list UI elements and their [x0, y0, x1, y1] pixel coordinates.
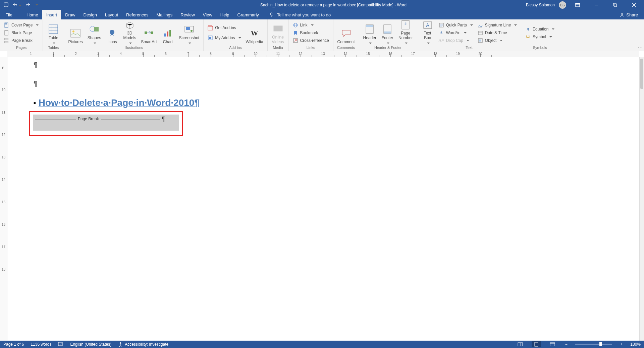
header-button[interactable]: Header	[362, 21, 378, 45]
shapes-button[interactable]: Shapes	[86, 21, 103, 45]
group-tables: Table Tables	[43, 19, 64, 51]
icons-button[interactable]: Icons	[104, 21, 120, 45]
svg-rect-33	[208, 26, 213, 30]
zoom-slider[interactable]	[575, 344, 612, 345]
group-label: Header & Footer	[359, 45, 417, 51]
my-addins-button[interactable]: My Add-ins	[206, 34, 242, 42]
tab-draw[interactable]: Draw	[61, 10, 79, 19]
tab-review[interactable]: Review	[176, 10, 199, 19]
table-button[interactable]: Table	[46, 21, 61, 45]
svg-rect-14	[5, 38, 8, 40]
close-button[interactable]	[627, 0, 641, 10]
page-break-indicator[interactable]: Page Break ¶	[33, 115, 179, 131]
status-accessibility[interactable]: Accessibility: Investigate	[118, 342, 168, 347]
user-avatar[interactable]: BS	[559, 1, 566, 9]
vertical-ruler[interactable]: 9101112131415161718	[0, 57, 7, 341]
svg-text:A: A	[426, 22, 429, 28]
svg-rect-13	[5, 30, 8, 35]
document-page[interactable]: ¶ ¶ ■How·to·Delete·a·Page·in·Word·2010¶ …	[13, 57, 639, 341]
group-label: Tables	[43, 45, 64, 51]
tab-layout[interactable]: Layout	[101, 10, 122, 19]
zoom-slider-thumb[interactable]	[599, 342, 602, 346]
tab-insert[interactable]: Insert	[42, 10, 61, 19]
ribbon: Cover Page Blank Page Page Break Pages T…	[0, 19, 644, 51]
status-page[interactable]: Page 1 of 6	[3, 342, 24, 347]
horizontal-ruler[interactable]: 11234567891011121314151617181920	[7, 51, 639, 57]
status-word-count[interactable]: 1136 words	[31, 342, 51, 347]
tab-references[interactable]: References	[122, 10, 152, 19]
tab-grammarly[interactable]: Grammarly	[233, 10, 263, 19]
svg-rect-54	[478, 31, 482, 35]
redo-button[interactable]	[25, 2, 30, 8]
tab-help[interactable]: Help	[216, 10, 233, 19]
status-language[interactable]: English (United States)	[70, 342, 111, 347]
zoom-level[interactable]: 180%	[630, 342, 641, 347]
blank-page-button[interactable]: Blank Page	[3, 29, 40, 37]
view-web-layout[interactable]	[548, 341, 557, 347]
vertical-scrollbar[interactable]	[639, 57, 644, 341]
wordart-icon: A	[439, 30, 444, 36]
signature-line-button[interactable]: Signature Line	[476, 21, 518, 29]
screenshot-button[interactable]: Screenshot	[177, 21, 201, 45]
minimize-button[interactable]	[589, 0, 604, 10]
maximize-button[interactable]	[608, 0, 623, 10]
zoom-out-button[interactable]: −	[564, 342, 569, 347]
symbol-button[interactable]: ΩSymbol	[524, 33, 556, 41]
autosave-icon[interactable]	[3, 2, 9, 8]
svg-rect-24	[94, 27, 99, 31]
share-button[interactable]: Share	[613, 10, 644, 19]
undo-button[interactable]	[13, 2, 21, 8]
qat-customize[interactable]	[34, 3, 38, 7]
svg-rect-5	[614, 4, 617, 7]
smartart-button[interactable]: SmartArt	[140, 21, 158, 45]
group-label: Media	[268, 45, 288, 51]
page-number-button[interactable]: #Page Number	[397, 21, 414, 45]
online-videos-button: Online Videos	[270, 21, 286, 45]
tab-home[interactable]: Home	[22, 10, 42, 19]
status-spellcheck-icon[interactable]	[58, 342, 63, 347]
tab-mailings[interactable]: Mailings	[153, 10, 177, 19]
footer-button[interactable]: Footer	[380, 21, 395, 45]
comment-button[interactable]: Comment	[336, 21, 356, 45]
tab-design[interactable]: Design	[79, 10, 101, 19]
scrollbar-thumb[interactable]	[640, 59, 643, 89]
text-box-button[interactable]: AText Box	[420, 21, 435, 45]
wikipedia-button[interactable]: WWikipedia	[245, 21, 265, 45]
date-time-button[interactable]: Date & Time	[476, 29, 518, 37]
accessibility-icon	[118, 342, 123, 347]
quick-parts-button[interactable]: Quick Parts	[437, 21, 474, 29]
group-illustrations: Pictures Shapes Icons 3D Models SmartArt…	[64, 19, 204, 51]
svg-rect-63	[550, 343, 555, 346]
header-icon	[364, 24, 375, 34]
tell-me-search[interactable]: Tell me what you want to do	[263, 10, 331, 19]
datetime-icon	[478, 30, 483, 36]
xref-icon	[293, 38, 298, 43]
object-button[interactable]: Object	[476, 37, 518, 44]
user-name[interactable]: Blessy Solomon	[526, 3, 555, 7]
pictures-button[interactable]: Pictures	[67, 21, 84, 45]
view-read-mode[interactable]	[516, 341, 525, 347]
zoom-in-button[interactable]: +	[619, 342, 624, 347]
group-media: Online Videos Media	[268, 19, 289, 51]
cover-page-button[interactable]: Cover Page	[3, 21, 40, 29]
svg-rect-28	[167, 31, 168, 37]
group-text: AText Box Quick Parts AWordArt A≡Drop Ca…	[417, 19, 521, 51]
group-label: Symbols	[521, 45, 558, 51]
tab-file[interactable]: File	[0, 10, 18, 19]
bookmark-button[interactable]: Bookmark	[291, 29, 330, 37]
svg-rect-25	[145, 31, 147, 34]
cross-reference-button[interactable]: Cross-reference	[291, 37, 330, 44]
link-button[interactable]: Link	[291, 21, 330, 29]
collapse-ribbon-button[interactable]: ︿	[638, 44, 642, 50]
group-label: Links	[289, 45, 333, 51]
ribbon-display-options[interactable]	[570, 0, 585, 10]
3d-models-button[interactable]: 3D Models	[122, 21, 138, 45]
tab-view[interactable]: View	[199, 10, 216, 19]
wordart-button[interactable]: AWordArt	[437, 29, 474, 37]
get-addins-button[interactable]: Get Add-ins	[206, 24, 242, 31]
page-break-button[interactable]: Page Break	[3, 37, 40, 44]
chart-button[interactable]: Chart	[160, 21, 175, 45]
view-print-layout[interactable]	[532, 341, 541, 347]
svg-rect-29	[169, 30, 171, 37]
equation-button[interactable]: πEquation	[524, 25, 556, 33]
